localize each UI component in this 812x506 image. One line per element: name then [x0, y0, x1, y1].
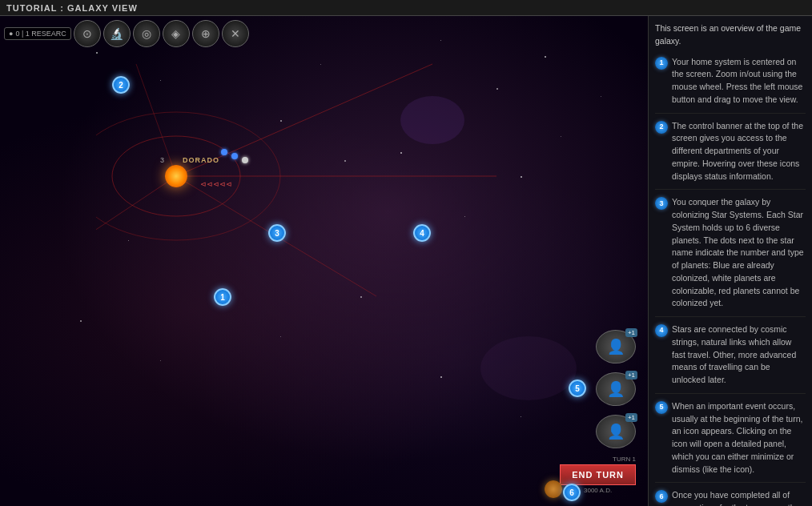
tutorial-num-4: 4: [655, 324, 668, 337]
title-text: TUTORIAL : GALAXY VIEW: [6, 3, 138, 13]
tutorial-item-3: 3 You conquer the galaxy by colonizing S…: [655, 196, 806, 317]
resource-icon: ●: [9, 30, 13, 38]
tutorial-badge-3: 3: [268, 224, 286, 242]
tutorial-num-2: 2: [655, 121, 668, 134]
tutorial-text-6: Once you have completed all of your acti…: [672, 489, 806, 506]
end-turn-button[interactable]: END TURN: [560, 464, 636, 485]
turn-label: TURN 1: [560, 456, 636, 463]
enemy-indicator: ⊲⊲⊲⊲⊲: [200, 180, 232, 188]
tutorial-badge-1: 1: [214, 288, 231, 306]
tutorial-num-6: 6: [655, 490, 668, 503]
tutorial-panel: This screen is an overview of the game g…: [648, 16, 812, 506]
tutorial-text-3: You conquer the galaxy by colonizing Sta…: [672, 196, 806, 310]
tutorial-item-6: 6 Once you have completed all of your ac…: [655, 489, 806, 506]
star-center: [165, 165, 187, 187]
tutorial-item-5: 5 When an important event occurs, usuall…: [655, 400, 806, 484]
main-content: ● 0 | 1 RESEARC ⊙ 🔬 ◎ ◈ ⊕ ✕: [0, 16, 812, 506]
tutorial-item-2: 2 The control banner at the top of the s…: [655, 120, 806, 191]
tutorial-text-2: The control banner at the top of the scr…: [672, 120, 806, 183]
tutorial-intro: This screen is an overview of the game g…: [655, 22, 806, 48]
galaxy-background: [0, 16, 648, 506]
app: TUTORIAL : GALAXY VIEW: [0, 0, 812, 506]
close-nav-icon[interactable]: ✕: [222, 20, 249, 47]
galaxy-view[interactable]: ● 0 | 1 RESEARC ⊙ 🔬 ◎ ◈ ⊕ ✕: [0, 16, 648, 506]
fleet-badge-3: +1: [625, 413, 637, 422]
tutorial-num-5: 5: [655, 401, 668, 414]
fleet-icon-2[interactable]: 👤 +1: [596, 372, 636, 406]
tutorial-text-5: When an important event occurs, usually …: [672, 400, 806, 476]
tutorial-item-4: 4 Stars are connected by cosmic strings,…: [655, 323, 806, 394]
fleet-badge-2: +1: [625, 371, 637, 380]
fleet-icon-1[interactable]: 👤 +1: [596, 330, 636, 363]
tutorial-text-1: Your home system is centered on the scre…: [672, 56, 806, 106]
planet-dot-1: [221, 149, 227, 155]
home-nav-icon[interactable]: ⊙: [74, 20, 101, 47]
empire-nav-icon[interactable]: ◈: [163, 20, 190, 47]
fleet-icon-3[interactable]: 👤 +1: [596, 415, 636, 448]
star-name: DORADO: [183, 156, 219, 164]
tutorial-num-1: 1: [655, 57, 668, 70]
tutorial-badge-5: 5: [569, 380, 586, 397]
resource-display: ● 0 | 1 RESEARC: [4, 27, 71, 40]
star-system-number: 3: [160, 156, 164, 164]
tutorial-badge-6: 6: [563, 484, 581, 501]
control-bar: ● 0 | 1 RESEARC ⊙ 🔬 ◎ ◈ ⊕ ✕: [4, 20, 249, 47]
fleet-nav-icon[interactable]: ◎: [133, 20, 160, 47]
tutorial-item-1: 1 Your home system is centered on the sc…: [655, 56, 806, 114]
diplomacy-nav-icon[interactable]: ⊕: [192, 20, 219, 47]
title-bar: TUTORIAL : GALAXY VIEW: [0, 0, 812, 16]
tutorial-num-3: 3: [655, 197, 668, 210]
tutorial-badge-2: 2: [112, 76, 130, 94]
tutorial-text-4: Stars are connected by cosmic strings, n…: [672, 323, 806, 387]
planet-icon: [545, 480, 562, 498]
tutorial-badge-4: 4: [413, 224, 431, 242]
research-nav-icon[interactable]: 🔬: [103, 20, 131, 47]
planet-dot-2: [231, 153, 238, 159]
fleet-badge-1: +1: [625, 328, 637, 337]
planet-dot-3: [242, 157, 248, 163]
resource-values: 0 | 1 RESEARC: [15, 30, 66, 38]
